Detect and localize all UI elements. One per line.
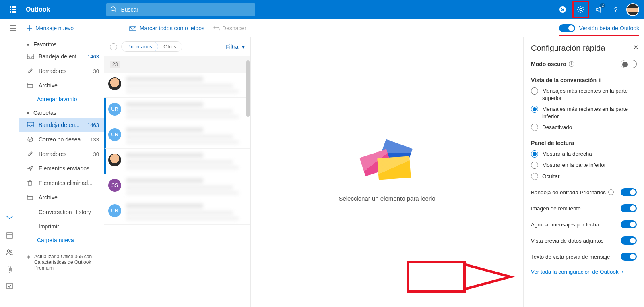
svg-text:S: S (561, 7, 564, 12)
app-launcher-button[interactable] (3, 0, 23, 19)
radio-label: Mostrar a la derecha (542, 150, 637, 158)
sender-avatar: UR (108, 204, 121, 217)
nav-toggle-button[interactable] (6, 25, 19, 31)
rail-calendar-button[interactable] (6, 231, 14, 239)
rail-attachments-button[interactable] (6, 265, 14, 273)
pane-option-bottom[interactable]: Mostrar en la parte inferior (531, 162, 637, 169)
sidebar-item-drafts-fav[interactable]: Borradores 30 (19, 64, 104, 78)
message-row[interactable]: UR (104, 199, 250, 225)
chevron-down-icon: ▾ (27, 110, 29, 116)
skype-button[interactable]: S (555, 0, 571, 19)
sidebar-item-archive-fav[interactable]: Archive (19, 78, 104, 93)
message-list-column: Prioritarios Otros Filtrar ▾ 23 UR UR (104, 37, 251, 307)
tab-other[interactable]: Otros (158, 42, 182, 51)
archive-icon (27, 83, 34, 88)
info-icon[interactable]: i (569, 61, 574, 67)
account-button[interactable] (625, 0, 641, 19)
add-favorite-link[interactable]: Agregar favorito (19, 93, 104, 106)
sidebar-item-label: Correo no desea... (39, 136, 85, 143)
sidebar-item-inbox-fav[interactable]: Bandeja de ent... 1463 (19, 49, 104, 64)
sidebar-item-deleted[interactable]: Elementos eliminad... (19, 176, 104, 190)
sidebar-item-label: Archive (39, 194, 99, 201)
view-all-settings-link[interactable]: Ver toda la configuración de Outlook › (531, 269, 637, 275)
sidebar-item-count: 30 (93, 68, 99, 74)
beta-toggle[interactable] (559, 24, 575, 32)
sidebar-item-inbox[interactable]: Bandeja de en... 1463 (19, 118, 104, 132)
info-icon[interactable]: i (599, 77, 601, 83)
conversation-view-title: Vista de la conversación (531, 77, 597, 83)
radio-label: Mensajes más recientes en la parte super… (542, 87, 637, 102)
upgrade-premium-link[interactable]: ◈ Actualizar a Office 365 con Caracterís… (23, 251, 100, 274)
pencil-icon (27, 68, 34, 74)
waffle-icon (10, 6, 16, 13)
new-message-label: Mensaje nuevo (35, 25, 74, 31)
new-folder-link[interactable]: Carpeta nueva (19, 234, 104, 247)
mark-all-read-label: Marcar todos como leídos (140, 25, 204, 31)
message-row[interactable]: SS (104, 174, 250, 199)
sidebar-item-junk[interactable]: Correo no desea... 133 (19, 132, 104, 147)
view-all-settings-label: Ver toda la configuración de Outlook (531, 269, 619, 275)
sidebar-item-print[interactable]: Imprimir (19, 219, 104, 234)
sidebar-item-label: Conversation History (39, 209, 99, 215)
scrollbar-thumb[interactable] (246, 60, 250, 117)
sidebar-item-sent[interactable]: Elementos enviados (19, 161, 104, 176)
undo-button[interactable]: Deshacer (213, 25, 246, 31)
sidebar-item-drafts[interactable]: Borradores 30 (19, 147, 104, 161)
svg-line-31 (29, 138, 32, 141)
pane-option-hide[interactable]: Ocultar (531, 173, 637, 180)
diamond-icon: ◈ (27, 254, 30, 271)
undo-label: Deshacer (222, 25, 246, 31)
user-avatar-icon (626, 3, 639, 16)
focused-inbox-toggle[interactable] (621, 188, 637, 196)
date-group-header: 23 (104, 56, 250, 73)
message-row[interactable] (104, 73, 250, 98)
message-preview (126, 153, 245, 170)
info-icon[interactable]: i (608, 189, 614, 195)
favorites-title: Favoritos (33, 41, 57, 48)
sender-image-toggle[interactable] (621, 204, 637, 212)
whats-new-button[interactable]: 2 (591, 0, 607, 19)
search-input[interactable] (106, 3, 255, 16)
svg-rect-35 (27, 195, 33, 197)
beta-toggle-row: Versión beta de Outlook (559, 24, 639, 36)
filter-label: Filtrar (226, 44, 240, 50)
message-list[interactable]: 23 UR UR SS UR (104, 56, 250, 307)
sidebar-item-label: Borradores (39, 151, 89, 157)
dark-mode-toggle[interactable] (621, 60, 637, 68)
conv-option-off[interactable]: Desactivado (531, 124, 637, 131)
filter-button[interactable]: Filtrar ▾ (226, 44, 245, 50)
new-message-button[interactable]: Mensaje nuevo (27, 25, 74, 31)
pane-option-right[interactable]: Mostrar a la derecha (531, 150, 637, 158)
sidebar-item-label: Archive (39, 82, 99, 89)
rail-mail-button[interactable] (6, 214, 14, 222)
group-by-date-toggle[interactable] (621, 220, 637, 228)
rail-people-button[interactable] (6, 248, 14, 256)
message-preview (126, 203, 245, 220)
conv-option-newest-bottom[interactable]: Mensajes más recientes en la parte infer… (531, 106, 637, 120)
undo-icon (213, 25, 220, 31)
help-button[interactable]: ? (608, 0, 624, 19)
sidebar-item-archive[interactable]: Archive (19, 190, 104, 205)
svg-line-1 (115, 10, 116, 12)
preview-text-toggle[interactable] (621, 253, 637, 261)
message-row[interactable]: UR (104, 98, 250, 123)
folders-section-header[interactable]: ▾ Carpetas (19, 106, 104, 118)
sidebar-item-conv-history[interactable]: Conversation History (19, 205, 104, 219)
chevron-right-icon: › (622, 269, 624, 275)
beta-label: Versión beta de Outlook (579, 25, 639, 31)
sidebar-item-label: Elementos eliminad... (39, 180, 99, 186)
close-settings-button[interactable]: ✕ (633, 44, 638, 51)
settings-gear-button[interactable] (572, 1, 589, 18)
empty-state-text: Seleccionar un elemento para leerlo (339, 195, 435, 202)
radio-icon (531, 162, 538, 169)
select-all-checkbox[interactable] (110, 43, 117, 50)
favorites-section-header[interactable]: ▾ Favoritos (19, 37, 104, 49)
tab-focused[interactable]: Prioritarios (121, 41, 158, 52)
mark-all-read-button[interactable]: Marcar todos como leídos (129, 25, 204, 31)
conv-option-newest-top[interactable]: Mensajes más recientes en la parte super… (531, 87, 637, 102)
attach-preview-toggle[interactable] (621, 236, 637, 245)
svg-line-11 (578, 11, 579, 12)
message-row[interactable]: UR (104, 123, 250, 149)
rail-tasks-button[interactable] (6, 282, 14, 290)
message-row[interactable] (104, 149, 250, 174)
